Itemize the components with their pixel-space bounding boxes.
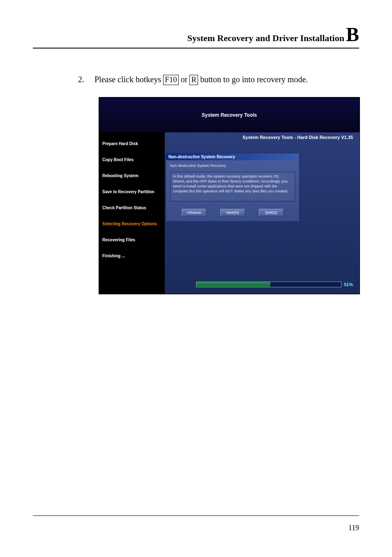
dialog-buttons: Advance Next(N) Quit(Q) [170, 209, 295, 216]
next-button[interactable]: Next(N) [220, 209, 245, 216]
step-prefix: Please click hotkeys [95, 75, 163, 84]
advance-button[interactable]: Advance [182, 209, 206, 216]
progress-bar [196, 282, 341, 287]
progress-fill [196, 282, 270, 287]
sidebar-item-recovering: Recovering Files [99, 232, 165, 248]
sidebar: Prepare Hard Disk Copy Boot Files Reboot… [99, 132, 165, 294]
main-area-title: System Recovery Tools - Hard Disk Recove… [169, 135, 355, 140]
step-suffix: button to go into recovery mode. [198, 75, 308, 84]
step-2: 2. Please click hotkeys F10 or R button … [78, 73, 359, 86]
footer-rule [33, 515, 359, 516]
sidebar-item-finishing: Finishing ... [99, 248, 165, 264]
main-area: System Recovery Tools - Hard Disk Recove… [165, 132, 360, 294]
sidebar-item-save: Save to Recovery Partition [99, 184, 165, 200]
key-f10: F10 [163, 75, 179, 85]
sidebar-item-rebooting: Rebooting System [99, 168, 165, 184]
quit-button[interactable]: Quit(Q) [259, 209, 284, 216]
sidebar-item-prepare: Prepare Hard Disk [99, 136, 165, 152]
screenshot-title: System Recovery Tools [202, 112, 257, 118]
dialog-subtitle: Non-destructive System Recovery [170, 164, 295, 168]
sidebar-item-check: Check Partition Status [99, 200, 165, 216]
header-letter: B [346, 25, 359, 44]
dialog-titlebar: Non-destructive System Recovery [166, 153, 299, 160]
sidebar-item-copy: Copy Boot Files [99, 152, 165, 168]
step-number: 2. [78, 75, 95, 84]
progress-row: 51% [196, 282, 353, 287]
page-number: 119 [348, 524, 359, 532]
dialog-description: In this default mode, the system recover… [170, 172, 295, 201]
recovery-dialog: Non-destructive System Recovery Non-dest… [166, 153, 300, 222]
sidebar-item-selecting: Selecting Recovery Options [99, 216, 165, 232]
step-middle: or [179, 75, 190, 84]
step-text: Please click hotkeys F10 or R button to … [95, 73, 308, 86]
recovery-tool-screenshot: System Recovery Tools Prepare Hard Disk … [99, 97, 360, 294]
progress-percent: 51% [344, 282, 353, 287]
key-r: R [189, 75, 198, 85]
header-title: System Recovery and Driver Installation [187, 33, 344, 44]
screenshot-header: System Recovery Tools [99, 97, 360, 132]
page-header: System Recovery and Driver Installation … [33, 25, 359, 49]
